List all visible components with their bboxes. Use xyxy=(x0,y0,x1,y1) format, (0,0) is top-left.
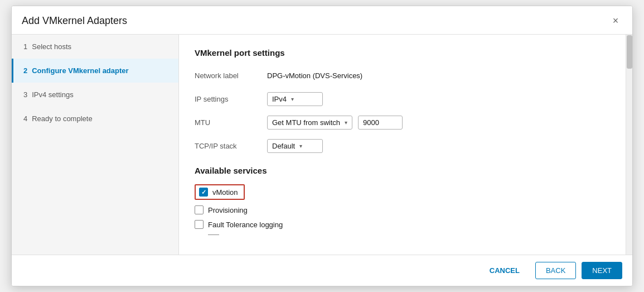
sidebar-item-configure-vmkernel[interactable]: 2 Configure VMkernel adapter xyxy=(12,59,178,83)
mtu-label: MTU xyxy=(195,118,267,127)
tcpip-select[interactable]: Default ▾ xyxy=(267,139,323,153)
mtu-select-value: Get MTU from switch xyxy=(272,118,340,127)
step-1-num: 1 xyxy=(23,42,27,51)
dialog-body: 1 Select hosts 2 Configure VMkernel adap… xyxy=(12,35,632,255)
close-button[interactable]: × xyxy=(609,14,622,27)
sidebar-item-select-hosts-label: Select hosts xyxy=(32,42,71,51)
scrollbar-track[interactable] xyxy=(626,35,632,255)
add-vmkernel-dialog: Add VMkernel Adapters × 1 Select hosts 2… xyxy=(11,6,633,286)
main-content: VMkernel port settings Network label DPG… xyxy=(179,35,626,255)
back-button[interactable]: BACK xyxy=(535,262,576,279)
ip-settings-label: IP settings xyxy=(195,95,267,103)
step-2-num: 2 xyxy=(23,66,27,75)
mtu-input[interactable] xyxy=(358,116,403,130)
fault-tolerance-label: Fault Tolerance logging xyxy=(208,221,283,229)
cancel-button[interactable]: CANCEL xyxy=(480,262,530,279)
step-4-num: 4 xyxy=(23,114,27,123)
network-label-row: Network label DPG-vMotion (DVS-Services) xyxy=(195,68,610,83)
sidebar-item-select-hosts[interactable]: 1 Select hosts xyxy=(12,35,178,59)
service-item-fault-tolerance: Fault Tolerance logging xyxy=(195,220,610,229)
sidebar-item-ipv4-label: IPv4 settings xyxy=(32,90,73,99)
service-item-vmotion: vMotion xyxy=(195,184,610,200)
mtu-row: MTU Get MTU from switch ▾ xyxy=(195,114,610,130)
ip-settings-row: IP settings IPv4 ▾ xyxy=(195,91,610,107)
network-label-label: Network label xyxy=(195,71,267,80)
fault-tolerance-checkbox[interactable] xyxy=(195,220,204,229)
dialog-title: Add VMkernel Adapters xyxy=(22,15,127,27)
available-services-section: Available services vMotion Provisioning xyxy=(195,166,610,235)
provisioning-label: Provisioning xyxy=(208,206,248,214)
chevron-down-icon: ▾ xyxy=(291,96,294,102)
dialog-header: Add VMkernel Adapters × xyxy=(12,6,632,35)
vmotion-checkbox[interactable] xyxy=(199,188,208,197)
scrollbar-thumb[interactable] xyxy=(627,35,632,69)
ip-settings-select[interactable]: IPv4 ▾ xyxy=(267,92,323,106)
sidebar-item-configure-vmkernel-label: Configure VMkernel adapter xyxy=(32,66,128,75)
chevron-down-icon-tcpip: ▾ xyxy=(299,143,302,149)
dialog-footer: CANCEL BACK NEXT xyxy=(12,255,632,286)
content-area: VMkernel port settings Network label DPG… xyxy=(179,35,626,255)
ip-settings-select-value: IPv4 xyxy=(272,95,287,103)
more-items-indicator xyxy=(208,234,219,235)
service-item-provisioning: Provisioning xyxy=(195,205,610,214)
provisioning-checkbox[interactable] xyxy=(195,205,204,214)
sidebar-item-ipv4-settings[interactable]: 3 IPv4 settings xyxy=(12,83,178,107)
available-services-title: Available services xyxy=(195,166,610,175)
sidebar-item-ready-label: Ready to complete xyxy=(32,114,92,123)
mtu-controls: Get MTU from switch ▾ xyxy=(267,116,403,130)
next-button[interactable]: NEXT xyxy=(582,262,622,279)
chevron-down-icon-mtu: ▾ xyxy=(345,119,347,126)
step-3-num: 3 xyxy=(23,90,27,99)
sidebar-item-ready-to-complete[interactable]: 4 Ready to complete xyxy=(12,107,178,131)
port-settings-title: VMkernel port settings xyxy=(195,48,610,58)
vmotion-label: vMotion xyxy=(212,188,238,197)
tcpip-row: TCP/IP stack Default ▾ xyxy=(195,138,610,154)
mtu-select[interactable]: Get MTU from switch ▾ xyxy=(267,116,352,130)
tcpip-select-value: Default xyxy=(272,142,295,150)
sidebar: 1 Select hosts 2 Configure VMkernel adap… xyxy=(12,35,179,255)
network-label-value: DPG-vMotion (DVS-Services) xyxy=(267,71,362,80)
tcpip-label: TCP/IP stack xyxy=(195,142,267,150)
vmotion-highlight-box: vMotion xyxy=(195,184,245,200)
